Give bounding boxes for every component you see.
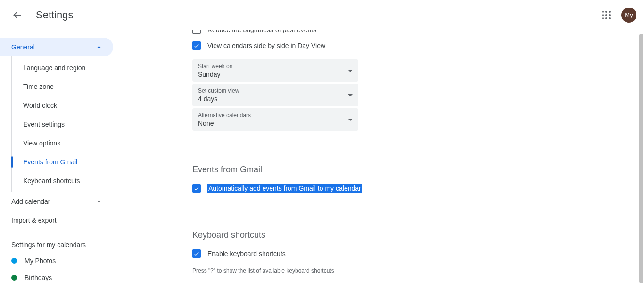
sidebar-row-import-export[interactable]: Import & export — [0, 211, 113, 230]
checkbox-brightness[interactable] — [192, 30, 201, 34]
apps-grid-icon — [601, 9, 612, 21]
sidebar-section-label: General — [11, 43, 35, 51]
calendar-color-dot — [11, 258, 17, 264]
sidebar-item-label: Keyboard shortcuts — [23, 177, 80, 185]
keyboard-shortcuts-hint: Press "?" to show the list of available … — [192, 267, 456, 274]
svg-point-2 — [609, 11, 611, 13]
back-button[interactable] — [8, 6, 26, 24]
checkbox-label: Enable keyboard shortcuts — [207, 250, 286, 257]
sidebar-row-label: Import & export — [11, 217, 57, 224]
apps-button[interactable] — [597, 6, 616, 24]
sidebar-item-label: Time zone — [23, 83, 54, 90]
sidebar-row-add-calendar[interactable]: Add calendar — [0, 192, 113, 211]
dropdown-alternative-calendars[interactable]: Alternative calendars None — [192, 108, 358, 131]
dropdown-value: None — [198, 120, 251, 127]
sidebar-item-label: Events from Gmail — [23, 158, 77, 166]
svg-point-8 — [609, 17, 611, 19]
checkbox-row-side-by-side: View calendars side by side in Day View — [192, 38, 456, 54]
avatar[interactable]: My — [621, 8, 636, 23]
dropdown-label: Set custom view — [198, 88, 239, 94]
section-title-events-gmail: Events from Gmail — [192, 165, 456, 175]
svg-point-1 — [605, 11, 607, 13]
svg-point-6 — [602, 17, 604, 19]
chevron-down-icon — [94, 197, 104, 206]
dropdown-value: 4 days — [198, 95, 239, 103]
svg-point-7 — [605, 17, 607, 19]
sidebar-item-time-zone[interactable]: Time zone — [12, 77, 121, 96]
checkbox-auto-add-gmail[interactable] — [192, 184, 201, 193]
dropdown-value: Sunday — [198, 71, 232, 78]
checkbox-label: View calendars side by side in Day View — [207, 42, 325, 49]
header: Settings My — [0, 0, 644, 30]
svg-point-5 — [609, 14, 611, 16]
checkbox-side-by-side[interactable] — [192, 41, 201, 50]
check-icon — [193, 250, 200, 257]
checkbox-enable-kbd[interactable] — [192, 249, 201, 258]
scrollbar-thumb[interactable] — [639, 34, 643, 283]
sidebar-item-world-clock[interactable]: World clock — [12, 96, 121, 115]
calendar-color-dot — [11, 275, 17, 281]
dropdown-custom-view[interactable]: Set custom view 4 days — [192, 84, 358, 106]
calendar-item-my-photos[interactable]: My Photos — [0, 252, 121, 269]
svg-point-0 — [602, 11, 604, 13]
checkbox-label: Reduce the brightness of past events — [207, 30, 316, 33]
sidebar-item-label: Language and region — [23, 64, 85, 72]
calendar-item-label: Birthdays — [25, 274, 52, 281]
calendar-item-label: My Photos — [25, 257, 56, 265]
chevron-up-icon — [94, 42, 104, 52]
sidebar-item-events-from-gmail[interactable]: Events from Gmail — [12, 153, 121, 171]
caret-down-icon — [348, 94, 353, 96]
header-right: My — [597, 6, 636, 24]
sidebar: General Language and region Time zone Wo… — [0, 30, 121, 289]
section-title-keyboard-shortcuts: Keyboard shortcuts — [192, 230, 456, 240]
calendar-item-birthdays[interactable]: Birthdays — [0, 269, 121, 286]
header-left: Settings — [8, 6, 74, 24]
sidebar-item-keyboard-shortcuts[interactable]: Keyboard shortcuts — [12, 171, 121, 190]
dropdown-label: Start week on — [198, 63, 232, 70]
sidebar-item-label: View options — [23, 139, 60, 147]
check-icon — [193, 185, 200, 192]
checkbox-label: Automatically add events from Gmail to m… — [207, 184, 362, 193]
sidebar-item-label: World clock — [23, 102, 57, 109]
caret-down-icon — [348, 119, 353, 121]
svg-point-3 — [602, 14, 604, 16]
sidebar-heading-my-calendars: Settings for my calendars — [0, 230, 121, 252]
sidebar-item-language-region[interactable]: Language and region — [12, 58, 121, 77]
dropdown-label: Alternative calendars — [198, 112, 251, 119]
sidebar-item-event-settings[interactable]: Event settings — [12, 115, 121, 134]
sidebar-row-label: Add calendar — [11, 198, 50, 205]
sidebar-section-general[interactable]: General — [0, 38, 113, 56]
sidebar-general-sublist: Language and region Time zone World cloc… — [11, 56, 121, 192]
checkbox-row-brightness: Reduce the brightness of past events — [192, 30, 456, 38]
dropdown-start-week[interactable]: Start week on Sunday — [192, 59, 358, 82]
svg-point-4 — [605, 14, 607, 16]
caret-down-icon — [348, 70, 353, 72]
checkbox-row-auto-add-gmail: Automatically add events from Gmail to m… — [192, 180, 456, 196]
sidebar-item-view-options[interactable]: View options — [12, 134, 121, 153]
arrow-left-icon — [11, 9, 23, 21]
sidebar-item-label: Event settings — [23, 120, 65, 128]
checkbox-row-enable-kbd: Enable keyboard shortcuts — [192, 246, 456, 262]
page-title: Settings — [36, 9, 74, 21]
check-icon — [193, 42, 200, 49]
main-panel[interactable]: Reduce the brightness of past events Vie… — [121, 30, 644, 289]
